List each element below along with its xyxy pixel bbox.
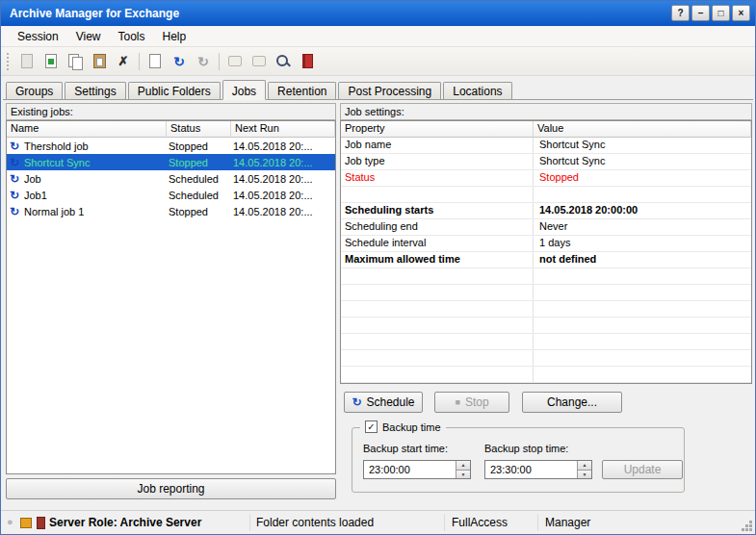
property-value: Shortcut Sync: [534, 138, 751, 153]
menu-tools[interactable]: Tools: [110, 27, 154, 46]
column-header-value[interactable]: Value: [534, 121, 751, 138]
delete-icon[interactable]: ✗: [115, 53, 132, 70]
job-name: Job1: [22, 190, 165, 201]
menu-session[interactable]: Session: [9, 27, 67, 46]
column-header-name[interactable]: Name: [7, 121, 167, 138]
export-icon[interactable]: [42, 53, 60, 70]
column-header-property[interactable]: Property: [341, 121, 534, 138]
change-button[interactable]: Change...: [522, 392, 622, 413]
settings-row[interactable]: [341, 187, 751, 203]
table-row-selected[interactable]: ↻ Shortcut Sync Stopped 14.05.2018 20:..…: [7, 154, 335, 170]
window-controls: ? – □ ×: [671, 5, 750, 21]
tab-strip: Groups Settings Public Folders Jobs Rete…: [3, 80, 753, 100]
settings-row-empty: [341, 301, 751, 318]
property-value: 14.05.2018 20:00:00: [534, 203, 751, 218]
backup-start-label: Backup start time:: [363, 443, 448, 454]
minimize-button[interactable]: –: [691, 5, 710, 21]
job-sync-icon: ↻: [7, 205, 22, 218]
property-name: Scheduling starts: [341, 203, 534, 218]
backup-time-checkbox[interactable]: ✓: [365, 420, 378, 433]
stop-button-label: Stop: [465, 395, 489, 409]
settings-row[interactable]: Maximum allowed time not defined: [341, 252, 751, 268]
settings-row-empty: [341, 318, 751, 334]
column-header-status[interactable]: Status: [167, 121, 231, 138]
property-name: Job name: [341, 138, 534, 153]
window-title: Archive Manager for Exchange: [10, 7, 179, 20]
table-row[interactable]: ↻ Job Scheduled 14.05.2018 20:...: [7, 170, 335, 187]
schedule-button[interactable]: ↻ Schedule: [344, 392, 423, 413]
property-value: [534, 187, 751, 202]
stop-button[interactable]: ■ Stop: [434, 392, 509, 413]
settings-row[interactable]: Job type Shortcut Sync: [341, 154, 751, 170]
tab-retention[interactable]: Retention: [268, 82, 336, 99]
close-button[interactable]: ×: [732, 5, 750, 21]
settings-row-empty: [341, 350, 751, 367]
job-next-run: 14.05.2018 20:...: [229, 173, 335, 185]
stop-icon: ■: [455, 397, 459, 407]
property-name: Maximum allowed time: [341, 252, 534, 268]
settings-row-status[interactable]: Status Stopped: [341, 170, 751, 187]
log-book-icon[interactable]: [299, 53, 316, 70]
paste-icon[interactable]: [91, 53, 108, 70]
stop-job-icon[interactable]: ↻: [195, 53, 212, 70]
tab-groups[interactable]: Groups: [6, 82, 63, 99]
properties-icon[interactable]: [18, 53, 36, 70]
toolbar-separator: [139, 53, 140, 70]
backup-stop-time-input[interactable]: 23:30:00 ▲ ▼: [484, 460, 592, 479]
menu-help[interactable]: Help: [154, 27, 196, 46]
job-name: Normal job 1: [22, 206, 165, 217]
column-header-next-run[interactable]: Next Run: [231, 121, 335, 138]
settings-table: Property Value Job name Shortcut Sync Jo…: [340, 120, 752, 384]
tab-settings[interactable]: Settings: [65, 82, 125, 99]
maximize-button[interactable]: □: [712, 5, 730, 21]
status-message: Folder contents loaded: [256, 516, 374, 529]
comments-icon[interactable]: [250, 53, 268, 70]
job-status: Scheduled: [165, 190, 229, 201]
app-window: Archive Manager for Exchange ? – □ × Ses…: [0, 0, 756, 535]
menu-bar: Session View Tools Help: [1, 26, 755, 47]
job-reporting-button[interactable]: Job reporting: [6, 478, 336, 499]
settings-row[interactable]: Scheduling end Never: [341, 219, 751, 236]
job-settings-label: Job settings:: [340, 103, 752, 120]
property-value: 1 days: [534, 236, 751, 251]
tab-public-folders[interactable]: Public Folders: [128, 82, 221, 99]
tab-jobs[interactable]: Jobs: [222, 80, 266, 100]
table-row[interactable]: ↻ Normal job 1 Stopped 14.05.2018 20:...: [7, 203, 335, 219]
property-name: Status: [341, 170, 534, 186]
menu-view[interactable]: View: [67, 27, 110, 46]
server-role-text: Server Role: Archive Server: [49, 516, 201, 529]
job-next-run: 14.05.2018 20:...: [229, 157, 335, 168]
job-sync-icon: ↻: [7, 156, 22, 169]
spin-down-icon[interactable]: ▼: [577, 470, 591, 479]
help-button[interactable]: ?: [671, 5, 690, 21]
backup-time-legend: ✓ Backup time: [360, 420, 446, 433]
spin-up-icon[interactable]: ▲: [577, 461, 591, 470]
spin-up-icon[interactable]: ▲: [456, 461, 470, 470]
existing-jobs-label: Existing jobs:: [6, 103, 336, 120]
tab-locations[interactable]: Locations: [443, 82, 511, 99]
run-job-icon[interactable]: ↻: [170, 53, 188, 70]
backup-start-time-input[interactable]: 23:00:00 ▲ ▼: [363, 460, 471, 479]
search-icon[interactable]: [274, 53, 292, 70]
table-row[interactable]: ↻ Job1 Scheduled 14.05.2018 20:...: [7, 187, 335, 203]
job-name: Shortcut Sync: [22, 157, 165, 168]
job-next-run: 14.05.2018 20:...: [229, 140, 335, 152]
job-next-run: 14.05.2018 20:...: [229, 190, 335, 201]
tab-post-processing[interactable]: Post Processing: [338, 82, 441, 99]
copy-icon[interactable]: [66, 53, 84, 70]
spin-down-icon[interactable]: ▼: [456, 470, 470, 479]
backup-stop-time-value: 23:30:00: [485, 461, 577, 478]
schedule-button-label: Schedule: [367, 395, 415, 409]
settings-row[interactable]: Scheduling starts 14.05.2018 20:00:00: [341, 203, 751, 219]
notes-icon[interactable]: [226, 53, 244, 70]
status-bar: ● Server Role: Archive Server Folder con…: [1, 510, 755, 534]
settings-row[interactable]: Schedule interval 1 days: [341, 236, 751, 252]
new-job-icon[interactable]: [146, 53, 164, 70]
update-button[interactable]: Update: [602, 460, 683, 479]
resize-grip[interactable]: [741, 520, 752, 531]
property-value: Never: [534, 219, 751, 235]
jobs-table-header: Name Status Next Run: [7, 121, 335, 138]
settings-row-empty: [341, 285, 751, 301]
table-row[interactable]: ↻ Thershold job Stopped 14.05.2018 20:..…: [7, 138, 335, 154]
settings-row[interactable]: Job name Shortcut Sync: [341, 138, 751, 154]
